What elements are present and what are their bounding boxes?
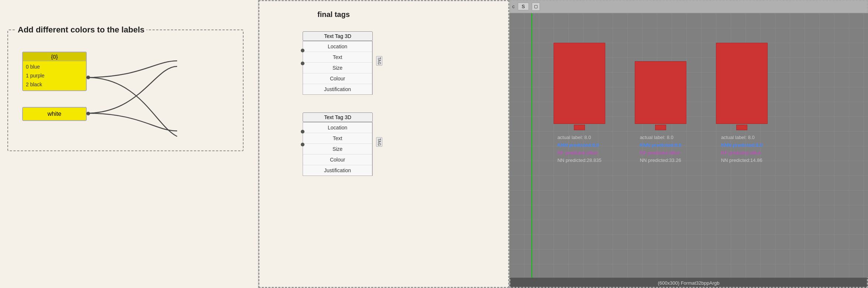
viewport-square-btn[interactable]: ▢ (532, 3, 540, 11)
middle-panel: final tags Text Tag 3D Location Text Siz… (258, 0, 509, 288)
tag-node-2-row-text: Text (303, 133, 372, 144)
tag-node-2-input-2 (301, 143, 304, 146)
tag-node-2-row-location: Location (303, 122, 372, 133)
node-list-output-dot (86, 76, 90, 79)
viewport-tab-s[interactable]: S (518, 3, 529, 10)
left-panel: Add different colors to the labels {0} 0… (0, 0, 258, 288)
label-actual-1: actual label: 8.0 (557, 134, 601, 142)
red-rect-base-1 (574, 125, 585, 130)
tag-node-2-header: Text Tag 3D (303, 112, 373, 122)
tag-node-1-row-text: Text (303, 52, 372, 63)
tag-node-1-body: Location Text Size Colour Justification (303, 41, 373, 95)
label-nn-2: NN predicted:33.26 (640, 157, 682, 164)
tag-node-2[interactable]: Text Tag 3D Location Text Size Colour Ju… (303, 112, 373, 176)
tag-node-2-row-size: Size (303, 144, 372, 155)
label-actual-3: actual label: 8.0 (721, 134, 763, 142)
tag-node-1-row-size: Size (303, 63, 372, 73)
label-group-3: actual label: 8.0 KNN predicted:8.0 RF p… (721, 134, 763, 164)
red-rect-item-2: actual label: 8.0 KNN predicted:8.0 RF p… (635, 43, 686, 164)
red-rect-item-1: actual label: 8.0 KNN predicted:8.0 RF p… (554, 43, 605, 164)
final-tags-label: final tags (317, 10, 350, 19)
label-rf-3: RF predicted:office (721, 149, 763, 157)
label-knn-1: KNN predicted:8.0 (557, 142, 601, 149)
viewport-titlebar: c S ▢ (509, 0, 868, 13)
tag-node-1-row-location: Location (303, 41, 372, 52)
node-list[interactable]: {0} 0 blue 1 purple 2 black (22, 52, 87, 91)
right-panel: c S ▢ actual label: 8.0 KNN predicted:8.… (509, 0, 868, 288)
viewport-canvas: actual label: 8.0 KNN predicted:8.0 RF p… (509, 13, 868, 278)
tag-node-1-row-justification: Justification (303, 84, 372, 94)
node-white[interactable]: white (22, 107, 87, 121)
red-rect-2 (635, 61, 686, 124)
node-white-label: white (48, 111, 61, 117)
label-rf-1: RF predicted:office (557, 149, 601, 157)
label-group-1: actual label: 8.0 KNN predicted:8.0 RF p… (557, 134, 601, 164)
tag-node-2-row-colour: Colour (303, 155, 372, 165)
red-rect-base-2 (655, 125, 666, 130)
group-label: Add different colors to the labels (16, 25, 147, 35)
list-item-2: 2 black (26, 80, 83, 89)
label-group-2: actual label: 8.0 KNN predicted:8.0 RF p… (640, 134, 682, 164)
outer-dashed-border (258, 0, 509, 288)
node-list-items: 0 blue 1 purple 2 black (23, 61, 86, 90)
list-item-1: 1 purple (26, 72, 83, 80)
label-nn-3: NN predicted:14.86 (721, 157, 763, 164)
tag-node-1-input-2 (301, 62, 304, 65)
node-white-output-dot (86, 112, 90, 115)
viewport-c-label: c (512, 4, 515, 9)
green-vertical-line (531, 13, 532, 278)
node-list-header: {0} (23, 52, 86, 61)
tag-node-1-row-colour: Colour (303, 73, 372, 84)
tag-node-1[interactable]: Text Tag 3D Location Text Size Colour Ju… (303, 31, 373, 95)
label-knn-3: KNN predicted:8.0 (721, 142, 763, 149)
red-rect-3 (716, 43, 768, 124)
red-rect-group: actual label: 8.0 KNN predicted:8.0 RF p… (554, 43, 768, 164)
label-rf-2: RF predicted:office (640, 149, 682, 157)
tag-node-2-row-justification: Justification (303, 165, 372, 176)
red-rect-base-3 (736, 125, 747, 130)
tag-node-1-input-1 (301, 49, 304, 52)
tag-node-2-input-1 (301, 130, 304, 133)
label-knn-2: KNN predicted:8.0 (640, 142, 682, 149)
viewport-statusbar: (600x300) Format32bppArgb (509, 278, 868, 288)
viewport-status-text: (600x300) Format32bppArgb (658, 280, 720, 286)
red-rect-item-3: actual label: 8.0 KNN predicted:8.0 RF p… (716, 43, 768, 164)
label-nn-1: NN predicted:28.835 (557, 157, 601, 164)
red-rect-1 (554, 43, 605, 124)
tag-node-2-body: Location Text Size Colour Justification (303, 122, 373, 176)
label-actual-2: actual label: 8.0 (640, 134, 682, 142)
list-item-0: 0 blue (26, 63, 83, 72)
tag-node-1-header: Text Tag 3D (303, 31, 373, 41)
